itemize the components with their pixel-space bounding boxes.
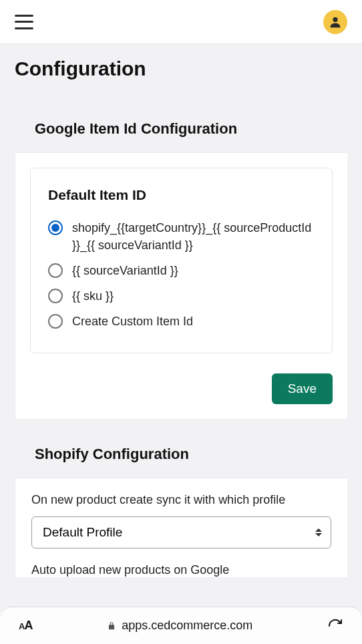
browser-toolbar: AA apps.cedcommerce.com [0,607,362,644]
profile-field-label: On new product create sync it with which… [31,493,331,507]
save-button[interactable]: Save [272,373,333,404]
page-title: Configuration [15,57,347,80]
page-body: Configuration Google Item Id Configurati… [0,44,362,577]
svg-point-0 [333,17,337,21]
lock-icon [107,621,116,631]
radio-icon [48,220,63,235]
save-row: Save [30,373,333,404]
url-text: apps.cedcommerce.com [122,619,252,633]
shopify-section: Shopify Configuration On new product cre… [15,446,347,577]
reload-icon [327,618,343,634]
reload-button[interactable] [327,618,343,634]
radio-option-sku[interactable]: {{ sku }} [48,287,315,305]
text-size-button[interactable]: AA [19,619,32,633]
profile-select-wrap [31,516,331,548]
shopify-section-title: Shopify Configuration [35,446,327,463]
radio-icon [48,289,63,303]
menu-icon[interactable] [15,15,33,29]
radio-option-shopify[interactable]: shopify_{{targetCountry}}_{{ sourceProdu… [48,219,315,254]
card-title: Default Item ID [48,187,315,203]
radio-icon [48,314,63,329]
radio-option-source-variant[interactable]: {{ sourceVariantId }} [48,262,315,279]
radio-label: shopify_{{targetCountry}}_{{ sourceProdu… [72,219,315,254]
url-bar[interactable]: apps.cedcommerce.com [107,619,252,633]
user-icon [328,15,343,29]
default-item-id-card: Default Item ID shopify_{{targetCountry}… [30,168,333,353]
avatar[interactable] [323,10,347,34]
google-section-title: Google Item Id Configuration [35,120,327,138]
radio-option-custom[interactable]: Create Custom Item Id [48,313,315,330]
radio-label: {{ sourceVariantId }} [72,262,178,279]
profile-select[interactable] [31,516,331,548]
shopify-panel: On new product create sync it with which… [15,478,347,577]
radio-label: Create Custom Item Id [72,313,193,330]
radio-icon [48,263,63,278]
topbar [0,0,362,44]
google-panel: Default Item ID shopify_{{targetCountry}… [15,152,347,419]
radio-label: {{ sku }} [72,287,114,305]
auto-upload-label: Auto upload new products on Google [31,563,331,577]
